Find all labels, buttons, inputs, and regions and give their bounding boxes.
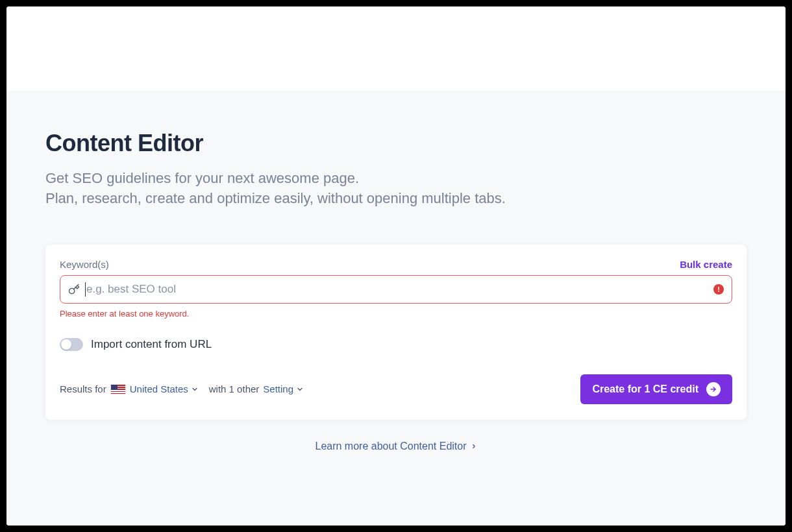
error-icon: ! [713,284,724,295]
text-cursor [85,282,86,296]
country-name: United States [130,383,188,394]
create-button-label: Create for 1 CE credit [592,383,699,395]
editor-card: Keyword(s) Bulk create ! Please enter at… [45,245,747,420]
learn-more-text: Learn more about Content Editor [315,441,466,452]
header-spacer [6,6,786,91]
chevron-down-icon [191,385,199,393]
toggle-knob [61,339,71,350]
setting-selector[interactable]: Setting [263,383,304,394]
arrow-right-icon [706,382,721,396]
with-other-text: with 1 other [209,383,260,394]
keyword-label: Keyword(s) [60,259,109,270]
chevron-right-icon [471,441,477,452]
learn-more-link[interactable]: Learn more about Content Editor [45,441,747,452]
keyword-input[interactable] [80,283,706,296]
results-prefix: Results for [60,383,106,394]
page-title: Content Editor [45,130,747,157]
import-url-toggle[interactable] [60,338,83,351]
key-icon [68,284,80,295]
subtitle-line-2: Plan, research, create and optimize easi… [45,189,747,209]
bulk-create-link[interactable]: Bulk create [680,259,732,270]
country-selector[interactable]: United States [130,383,199,394]
main-content: Content Editor Get SEO guidelines for yo… [6,91,786,526]
create-button[interactable]: Create for 1 CE credit [580,374,732,404]
subtitle-line-1: Get SEO guidelines for your next awesome… [45,169,747,189]
chevron-down-icon [296,385,304,393]
page-subtitle: Get SEO guidelines for your next awesome… [45,169,747,209]
import-url-label: Import content from URL [91,338,212,351]
setting-label: Setting [263,383,293,394]
results-text: Results for United States with 1 other [60,383,304,394]
keyword-input-wrapper[interactable]: ! [60,275,732,304]
error-message: Please enter at least one keyword. [60,309,732,319]
us-flag-icon [110,384,126,394]
